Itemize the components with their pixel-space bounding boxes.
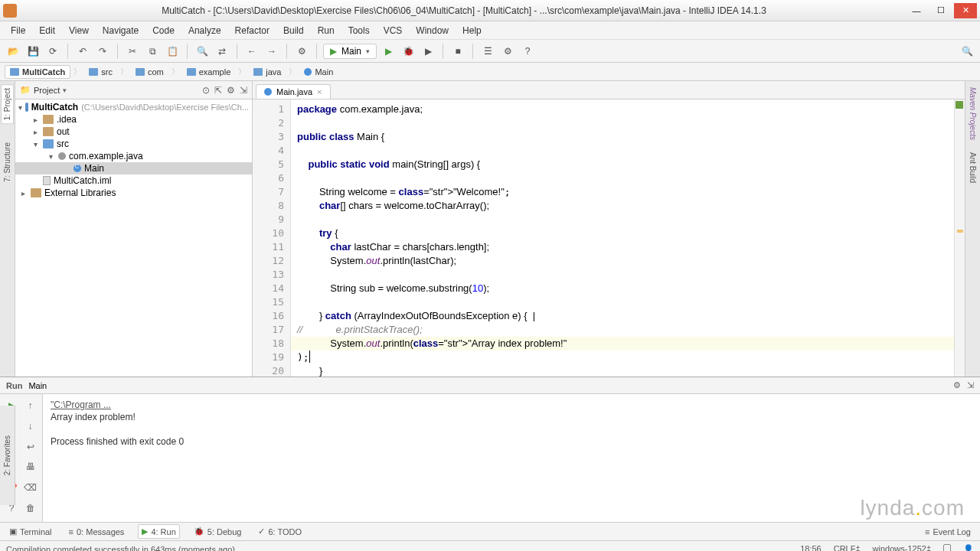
ant-tool-tab[interactable]: Ant Build <box>967 149 978 186</box>
hector-icon[interactable]: 👤 <box>963 544 974 551</box>
menu-file[interactable]: File <box>5 24 31 37</box>
menu-vcs[interactable]: VCS <box>377 24 409 37</box>
forward-icon[interactable]: → <box>263 43 280 60</box>
find-icon[interactable]: 🔍 <box>194 43 211 60</box>
hide-icon[interactable]: ⇲ <box>967 380 974 390</box>
menu-help[interactable]: Help <box>456 24 488 37</box>
menu-run[interactable]: Run <box>312 24 341 37</box>
structure-tool-tab[interactable]: 7: Structure <box>2 139 13 185</box>
save-icon[interactable]: 💾 <box>24 43 41 60</box>
debug-tab[interactable]: 🐞 5: Debug <box>191 525 245 538</box>
project-panel-title[interactable]: 📁 Project ▾ <box>20 85 67 95</box>
copy-icon[interactable]: ⧉ <box>144 43 161 60</box>
tree-class-main[interactable]: Main <box>15 162 252 174</box>
trash-icon[interactable]: 🗑 <box>22 500 39 517</box>
breadcrumb-item[interactable]: example <box>182 66 236 78</box>
right-tool-tabs: Maven Projects Ant Build <box>965 81 980 377</box>
menu-edit[interactable]: Edit <box>33 24 61 37</box>
gear-icon[interactable]: ⚙ <box>227 85 235 96</box>
run-icon[interactable]: ▶ <box>380 43 397 60</box>
menu-refactor[interactable]: Refactor <box>229 24 276 37</box>
lock-icon[interactable] <box>943 544 951 551</box>
line-ending[interactable]: CRLF‡ <box>834 544 861 551</box>
paste-icon[interactable]: 📋 <box>164 43 181 60</box>
watermark: lynda.com <box>860 502 965 514</box>
up-icon[interactable]: ↑ <box>22 397 39 414</box>
undo-icon[interactable]: ↶ <box>74 43 91 60</box>
menu-analyze[interactable]: Analyze <box>182 24 227 37</box>
tree-folder-idea[interactable]: ▸.idea <box>15 113 252 126</box>
menu-code[interactable]: Code <box>146 24 181 37</box>
search-icon[interactable]: 🔍 <box>959 43 975 60</box>
close-tab-icon[interactable]: × <box>317 87 322 96</box>
menu-build[interactable]: Build <box>277 24 310 37</box>
separator <box>237 44 237 59</box>
minimize-button[interactable]: — <box>905 3 928 18</box>
messages-tab[interactable]: ≡ 0: Messages <box>66 526 128 538</box>
tree-file-iml[interactable]: MultiCatch.iml <box>15 174 252 187</box>
debug-icon[interactable]: 🐞 <box>400 43 416 60</box>
build-icon[interactable]: ⚙ <box>293 43 310 60</box>
replace-icon[interactable]: ⇄ <box>214 43 230 60</box>
tree-folder-src[interactable]: ▾src <box>15 138 252 150</box>
print-icon[interactable]: 🖶 <box>22 458 39 475</box>
structure-icon[interactable]: ☰ <box>479 43 496 60</box>
wrap-icon[interactable]: ↩ <box>22 439 39 455</box>
gear-icon[interactable]: ⚙ <box>953 380 961 390</box>
settings-icon[interactable]: ⚙ <box>499 43 516 60</box>
main-toolbar: 📂 💾 ⟳ ↶ ↷ ✂ ⧉ 📋 🔍 ⇄ ← → ⚙ ▶ Main ▾ ▶ 🐞 ▶… <box>0 40 980 63</box>
breadcrumb-item[interactable]: java <box>249 66 286 78</box>
tree-external-libs[interactable]: ▸External Libraries <box>15 187 252 199</box>
collapse-icon[interactable]: ⇱ <box>214 85 222 96</box>
menu-window[interactable]: Window <box>410 24 455 37</box>
coverage-icon[interactable]: ▶ <box>420 43 436 60</box>
code-editor[interactable]: package com.example.java; public class M… <box>291 99 965 377</box>
down-icon[interactable]: ↓ <box>22 418 39 435</box>
event-log-tab[interactable]: ≡ Event Log <box>922 526 974 538</box>
hide-icon[interactable]: ⇲ <box>240 85 247 96</box>
breadcrumb-item[interactable]: Main <box>299 66 338 78</box>
favorites-tool-tab[interactable]: 2: Favorites <box>3 435 11 475</box>
close-button[interactable]: ✕ <box>954 3 977 18</box>
breadcrumb-root[interactable]: MultiCatch <box>5 65 70 79</box>
menu-tools[interactable]: Tools <box>342 24 376 37</box>
error-stripe[interactable] <box>954 99 965 377</box>
separator <box>286 44 287 59</box>
sync-icon[interactable]: ⟳ <box>44 43 61 60</box>
tree-root[interactable]: ▾MultiCatch (C:\Users\David\Desktop\Exer… <box>15 101 252 113</box>
cut-icon[interactable]: ✂ <box>124 43 141 60</box>
terminal-tab[interactable]: ▣ Terminal <box>6 525 55 538</box>
open-icon[interactable]: 📂 <box>5 43 21 60</box>
project-tool-tab[interactable]: 1: Project <box>1 84 14 124</box>
run-tab[interactable]: ▶ 4: Run <box>138 524 179 539</box>
cursor-position[interactable]: 18:56 <box>800 544 822 551</box>
line-gutter: 123456789101112131415161718192021 <box>253 99 291 377</box>
stop-icon[interactable]: ■ <box>449 43 466 60</box>
encoding[interactable]: windows-1252‡ <box>873 544 931 551</box>
maven-tool-tab[interactable]: Maven Projects <box>967 84 978 143</box>
console-output[interactable]: "C:\Program ... Array index problem! Pro… <box>43 394 980 522</box>
separator <box>472 44 473 59</box>
menu-navigate[interactable]: Navigate <box>96 24 145 37</box>
console-line: "C:\Program ... <box>51 399 972 411</box>
left-tool-tabs: 1: Project 7: Structure <box>0 81 15 377</box>
maximize-button[interactable]: ☐ <box>929 3 952 18</box>
redo-icon[interactable]: ↷ <box>94 43 111 60</box>
menu-view[interactable]: View <box>63 24 95 37</box>
tree-folder-out[interactable]: ▸out <box>15 126 252 138</box>
help-icon[interactable]: ? <box>519 43 536 60</box>
editor-body[interactable]: 123456789101112131415161718192021 packag… <box>253 99 965 377</box>
run-config-selector[interactable]: ▶ Main ▾ <box>323 44 377 59</box>
clear-icon[interactable]: ⌫ <box>22 479 39 496</box>
breadcrumb-item[interactable]: src <box>84 66 117 78</box>
status-message: Compilation completed successfully in 64… <box>6 545 235 552</box>
editor-tabs: Main.java × <box>253 81 965 99</box>
todo-tab[interactable]: ✓ 6: TODO <box>255 525 305 538</box>
project-tree[interactable]: ▾MultiCatch (C:\Users\David\Desktop\Exer… <box>15 99 252 377</box>
tree-package[interactable]: ▾com.example.java <box>15 150 252 162</box>
breadcrumb-item[interactable]: com <box>131 66 168 78</box>
editor-tab-main[interactable]: Main.java × <box>256 84 331 99</box>
autoscroll-icon[interactable]: ⊙ <box>202 85 210 96</box>
back-icon[interactable]: ← <box>243 43 260 60</box>
warning-mark[interactable] <box>957 230 963 233</box>
